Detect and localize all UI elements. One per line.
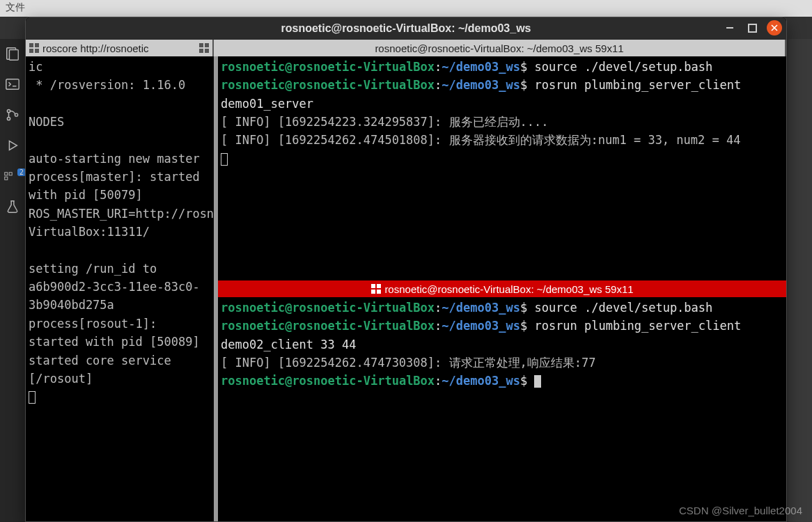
svg-rect-13: [35, 49, 39, 53]
svg-rect-16: [199, 49, 203, 53]
beaker-icon[interactable]: [3, 198, 22, 216]
minimize-button[interactable]: [722, 20, 737, 35]
menu-item-file[interactable]: 文件: [0, 0, 31, 15]
right-bottom-pane-tab[interactable]: rosnoetic@rosnoetic-VirtualBox: ~/demo03…: [218, 280, 786, 297]
close-button[interactable]: [767, 20, 782, 35]
svg-rect-11: [35, 43, 39, 47]
left-terminal-pane[interactable]: ic * /rosversion: 1.16.0 NODES auto-star…: [26, 56, 214, 521]
grid-icon: [29, 42, 40, 54]
svg-rect-10: [29, 43, 33, 47]
svg-rect-12: [29, 49, 33, 53]
svg-rect-17: [205, 49, 209, 53]
maximize-button[interactable]: [744, 20, 760, 35]
cursor-icon: [534, 375, 541, 388]
svg-rect-8: [9, 173, 12, 175]
right-bottom-tab-label: rosnoetic@rosnoetic-VirtualBox: ~/demo03…: [384, 283, 633, 295]
terminal-window: rosnoetic@rosnoetic-VirtualBox: ~/demo03…: [25, 17, 787, 522]
terminal-split-area: roscore http://rosnoetic rosnoetic@rosno…: [26, 40, 786, 521]
svg-point-4: [7, 117, 10, 120]
files-icon[interactable]: [3, 45, 22, 63]
cmd-source: source ./devel/setup.bash: [534, 60, 712, 74]
server-info-2: [ INFO] [1692254262.474501808]: 服务器接收到的请…: [221, 133, 740, 147]
svg-rect-15: [205, 43, 209, 47]
grid-icon: [370, 283, 382, 294]
pane-title-row: roscore http://rosnoetic rosnoetic@rosno…: [26, 40, 786, 56]
cmd-source-2: source ./devel/setup.bash: [534, 301, 712, 315]
right-pane-stack: rosnoetic@rosnoetic-VirtualBox:~/demo03_…: [218, 56, 786, 521]
svg-rect-21: [377, 290, 381, 294]
terminal-icon[interactable]: [3, 75, 22, 93]
left-tab-label: roscore http://rosnoetic: [42, 42, 149, 54]
svg-rect-20: [371, 290, 375, 294]
window-title: rosnoetic@rosnoetic-VirtualBox: ~/demo03…: [281, 22, 531, 35]
window-titlebar[interactable]: rosnoetic@rosnoetic-VirtualBox: ~/demo03…: [26, 17, 786, 40]
application-menu-bar[interactable]: 文件: [0, 0, 812, 17]
svg-rect-9: [5, 177, 8, 180]
right-top-tab-label: rosnoetic@rosnoetic-VirtualBox: ~/demo03…: [375, 42, 623, 54]
cursor-icon: [29, 391, 36, 404]
svg-rect-1: [9, 50, 18, 61]
prompt-user: rosnoetic: [221, 60, 285, 74]
right-top-pane-tab[interactable]: rosnoetic@rosnoetic-VirtualBox: ~/demo03…: [214, 40, 786, 56]
svg-rect-18: [371, 284, 375, 288]
server-info-1: [ INFO] [1692254223.324295837]: 服务已经启动..…: [221, 115, 548, 129]
extensions-icon[interactable]: 2: [3, 167, 22, 185]
svg-point-3: [7, 109, 10, 112]
git-icon[interactable]: [3, 106, 22, 124]
right-bottom-terminal-pane[interactable]: rosnoetic@rosnoetic-VirtualBox:~/demo03_…: [218, 297, 786, 521]
window-controls: [722, 20, 782, 35]
svg-rect-19: [377, 284, 381, 288]
svg-rect-2: [6, 79, 19, 90]
right-top-terminal-pane[interactable]: rosnoetic@rosnoetic-VirtualBox:~/demo03_…: [218, 56, 786, 280]
client-info-1: [ INFO] [1692254262.474730308]: 请求正常处理,响…: [221, 356, 595, 370]
roscore-output: ic * /rosversion: 1.16.0 NODES auto-star…: [29, 60, 214, 386]
debug-icon[interactable]: [3, 136, 22, 155]
launcher-dock[interactable]: 2: [0, 39, 25, 522]
svg-marker-6: [9, 141, 17, 150]
svg-rect-14: [199, 43, 203, 47]
left-pane-tab[interactable]: roscore http://rosnoetic: [26, 40, 214, 56]
svg-rect-7: [5, 173, 8, 175]
cursor-icon: [221, 153, 228, 166]
grid-icon: [198, 42, 210, 54]
right-side-strip: [788, 39, 812, 522]
